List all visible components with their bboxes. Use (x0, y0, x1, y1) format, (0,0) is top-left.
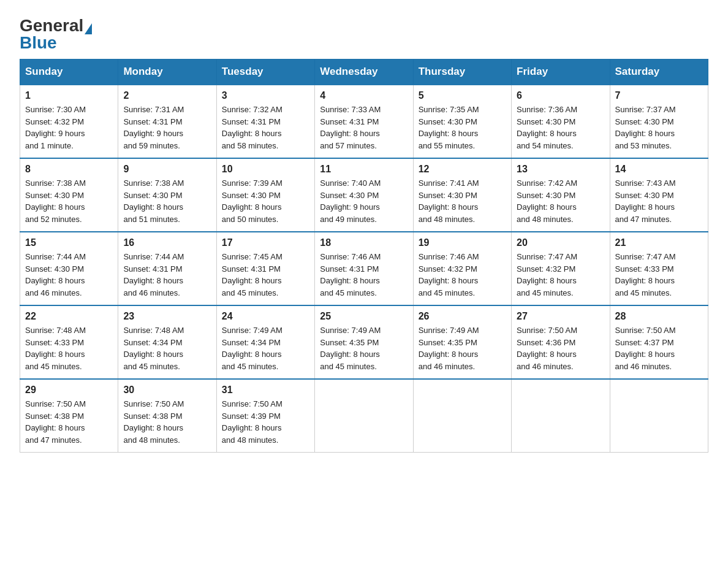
calendar-cell: 16 Sunrise: 7:44 AMSunset: 4:31 PMDaylig… (118, 232, 216, 305)
day-info: Sunrise: 7:38 AMSunset: 4:30 PMDaylight:… (25, 178, 86, 224)
calendar-cell: 24 Sunrise: 7:49 AMSunset: 4:34 PMDaylig… (216, 305, 314, 379)
calendar-cell: 27 Sunrise: 7:50 AMSunset: 4:36 PMDaylig… (512, 305, 610, 379)
calendar-cell (315, 379, 413, 453)
calendar-cell: 7 Sunrise: 7:37 AMSunset: 4:30 PMDayligh… (610, 85, 708, 158)
day-number: 23 (123, 311, 211, 322)
day-info: Sunrise: 7:46 AMSunset: 4:32 PMDaylight:… (419, 252, 479, 297)
day-number: 21 (615, 237, 703, 248)
calendar-cell: 29 Sunrise: 7:50 AMSunset: 4:38 PMDaylig… (20, 379, 118, 453)
calendar-cell: 6 Sunrise: 7:36 AMSunset: 4:30 PMDayligh… (512, 85, 610, 158)
day-number: 8 (25, 164, 113, 175)
column-header-thursday: Thursday (413, 59, 511, 85)
week-row-1: 1 Sunrise: 7:30 AMSunset: 4:32 PMDayligh… (20, 85, 708, 158)
day-number: 19 (419, 237, 506, 248)
calendar-cell: 4 Sunrise: 7:33 AMSunset: 4:31 PMDayligh… (315, 85, 413, 158)
calendar-cell: 13 Sunrise: 7:42 AMSunset: 4:30 PMDaylig… (512, 158, 610, 232)
day-number: 24 (222, 311, 309, 322)
day-info: Sunrise: 7:46 AMSunset: 4:31 PMDaylight:… (320, 252, 381, 297)
calendar-header-row: SundayMondayTuesdayWednesdayThursdayFrid… (20, 59, 708, 85)
day-info: Sunrise: 7:37 AMSunset: 4:30 PMDaylight:… (615, 105, 676, 150)
calendar-cell: 26 Sunrise: 7:49 AMSunset: 4:35 PMDaylig… (413, 305, 511, 379)
column-header-tuesday: Tuesday (216, 59, 314, 85)
calendar-cell: 28 Sunrise: 7:50 AMSunset: 4:37 PMDaylig… (610, 305, 708, 379)
day-number: 17 (222, 237, 309, 248)
day-number: 14 (615, 164, 703, 175)
day-info: Sunrise: 7:36 AMSunset: 4:30 PMDaylight:… (517, 105, 577, 150)
column-header-sunday: Sunday (20, 59, 118, 85)
calendar-cell: 5 Sunrise: 7:35 AMSunset: 4:30 PMDayligh… (413, 85, 511, 158)
day-number: 26 (419, 311, 506, 322)
day-info: Sunrise: 7:48 AMSunset: 4:33 PMDaylight:… (25, 326, 86, 371)
calendar-cell: 12 Sunrise: 7:41 AMSunset: 4:30 PMDaylig… (413, 158, 511, 232)
day-info: Sunrise: 7:50 AMSunset: 4:38 PMDaylight:… (25, 399, 86, 445)
day-number: 13 (517, 164, 604, 175)
calendar-cell: 10 Sunrise: 7:39 AMSunset: 4:30 PMDaylig… (216, 158, 314, 232)
day-info: Sunrise: 7:45 AMSunset: 4:31 PMDaylight:… (222, 252, 282, 297)
day-info: Sunrise: 7:33 AMSunset: 4:31 PMDaylight:… (320, 105, 381, 150)
calendar-cell: 2 Sunrise: 7:31 AMSunset: 4:31 PMDayligh… (118, 85, 216, 158)
calendar-cell: 15 Sunrise: 7:44 AMSunset: 4:30 PMDaylig… (20, 232, 118, 305)
day-number: 6 (517, 90, 604, 101)
day-info: Sunrise: 7:50 AMSunset: 4:39 PMDaylight:… (222, 399, 282, 445)
day-number: 28 (615, 311, 703, 322)
day-info: Sunrise: 7:41 AMSunset: 4:30 PMDaylight:… (419, 178, 479, 224)
calendar-cell: 25 Sunrise: 7:49 AMSunset: 4:35 PMDaylig… (315, 305, 413, 379)
calendar-cell: 18 Sunrise: 7:46 AMSunset: 4:31 PMDaylig… (315, 232, 413, 305)
day-number: 31 (222, 385, 309, 396)
day-info: Sunrise: 7:49 AMSunset: 4:35 PMDaylight:… (320, 326, 381, 371)
calendar-cell (512, 379, 610, 453)
day-info: Sunrise: 7:50 AMSunset: 4:37 PMDaylight:… (615, 326, 676, 371)
day-number: 1 (25, 90, 113, 101)
day-number: 22 (25, 311, 113, 322)
day-number: 5 (419, 90, 506, 101)
page-header: General Blue (20, 15, 708, 52)
logo-general-text: General (20, 17, 92, 34)
day-number: 9 (123, 164, 211, 175)
day-number: 15 (25, 237, 113, 248)
day-info: Sunrise: 7:30 AMSunset: 4:32 PMDaylight:… (25, 105, 86, 150)
day-info: Sunrise: 7:47 AMSunset: 4:33 PMDaylight:… (615, 252, 676, 297)
day-number: 18 (320, 237, 408, 248)
day-info: Sunrise: 7:32 AMSunset: 4:31 PMDaylight:… (222, 105, 282, 150)
calendar-cell: 20 Sunrise: 7:47 AMSunset: 4:32 PMDaylig… (512, 232, 610, 305)
calendar-cell: 17 Sunrise: 7:45 AMSunset: 4:31 PMDaylig… (216, 232, 314, 305)
day-info: Sunrise: 7:39 AMSunset: 4:30 PMDaylight:… (222, 178, 282, 224)
day-info: Sunrise: 7:35 AMSunset: 4:30 PMDaylight:… (419, 105, 479, 150)
logo-triangle-icon (85, 23, 92, 34)
day-number: 7 (615, 90, 703, 101)
day-number: 3 (222, 90, 309, 101)
calendar-cell: 8 Sunrise: 7:38 AMSunset: 4:30 PMDayligh… (20, 158, 118, 232)
week-row-2: 8 Sunrise: 7:38 AMSunset: 4:30 PMDayligh… (20, 158, 708, 232)
calendar-cell: 31 Sunrise: 7:50 AMSunset: 4:39 PMDaylig… (216, 379, 314, 453)
day-info: Sunrise: 7:50 AMSunset: 4:36 PMDaylight:… (517, 326, 577, 371)
week-row-3: 15 Sunrise: 7:44 AMSunset: 4:30 PMDaylig… (20, 232, 708, 305)
column-header-monday: Monday (118, 59, 216, 85)
day-number: 12 (419, 164, 506, 175)
day-number: 20 (517, 237, 604, 248)
calendar-cell: 9 Sunrise: 7:38 AMSunset: 4:30 PMDayligh… (118, 158, 216, 232)
day-info: Sunrise: 7:31 AMSunset: 4:31 PMDaylight:… (123, 105, 184, 150)
column-header-saturday: Saturday (610, 59, 708, 85)
calendar-cell: 14 Sunrise: 7:43 AMSunset: 4:30 PMDaylig… (610, 158, 708, 232)
calendar-cell (413, 379, 511, 453)
day-number: 29 (25, 385, 113, 396)
day-info: Sunrise: 7:43 AMSunset: 4:30 PMDaylight:… (615, 178, 676, 224)
column-header-friday: Friday (512, 59, 610, 85)
week-row-5: 29 Sunrise: 7:50 AMSunset: 4:38 PMDaylig… (20, 379, 708, 453)
calendar-cell (610, 379, 708, 453)
day-info: Sunrise: 7:50 AMSunset: 4:38 PMDaylight:… (123, 399, 184, 445)
day-number: 16 (123, 237, 211, 248)
day-info: Sunrise: 7:49 AMSunset: 4:34 PMDaylight:… (222, 326, 282, 371)
day-info: Sunrise: 7:49 AMSunset: 4:35 PMDaylight:… (419, 326, 479, 371)
day-info: Sunrise: 7:48 AMSunset: 4:34 PMDaylight:… (123, 326, 184, 371)
day-number: 30 (123, 385, 211, 396)
day-info: Sunrise: 7:44 AMSunset: 4:30 PMDaylight:… (25, 252, 86, 297)
day-number: 11 (320, 164, 408, 175)
day-number: 27 (517, 311, 604, 322)
calendar-cell: 1 Sunrise: 7:30 AMSunset: 4:32 PMDayligh… (20, 85, 118, 158)
day-info: Sunrise: 7:47 AMSunset: 4:32 PMDaylight:… (517, 252, 577, 297)
day-number: 4 (320, 90, 408, 101)
calendar-cell: 22 Sunrise: 7:48 AMSunset: 4:33 PMDaylig… (20, 305, 118, 379)
calendar-cell: 11 Sunrise: 7:40 AMSunset: 4:30 PMDaylig… (315, 158, 413, 232)
column-header-wednesday: Wednesday (315, 59, 413, 85)
